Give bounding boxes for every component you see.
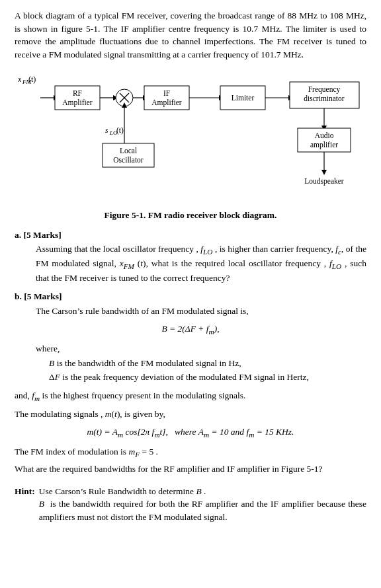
def-B: B is the bandwidth of the FM modulated s… xyxy=(49,357,366,370)
svg-text:(t): (t) xyxy=(28,75,36,84)
block-diagram: x FM (t) RF Amplifier IF Amplifier Limit… xyxy=(15,67,366,206)
audio-amp-label-1: Audio xyxy=(315,131,334,139)
rf-label-1: RF xyxy=(73,89,82,97)
slo-label: s xyxy=(105,126,108,134)
rf-label-2: Amplifier xyxy=(62,98,93,107)
intro-paragraph: A block diagram of a typical FM receiver… xyxy=(15,9,366,61)
where-label: where, xyxy=(36,342,366,355)
def-deltaF: ΔF is the peak frequency deviation of th… xyxy=(49,371,366,384)
if-label-2: Amplifier xyxy=(151,98,182,107)
if-label-1: IF xyxy=(163,89,170,97)
freq-disc-label-2: discriminator xyxy=(304,94,344,102)
figure-caption: Figure 5-1. FM radio receiver block diag… xyxy=(15,209,366,222)
local-osc-label-1: Local xyxy=(120,147,137,155)
local-osc-label-2: Oscillator xyxy=(113,156,144,164)
bandwidth-question: What are the required bandwidths for the… xyxy=(15,462,366,476)
loudspeaker-label: Loudspeaker xyxy=(304,177,344,186)
limiter-label: Limiter xyxy=(232,94,255,102)
freq-disc-label-1: Frequency xyxy=(308,85,341,94)
input-signal-label: x xyxy=(17,75,22,84)
part-a-label: a. [5 Marks] xyxy=(15,229,366,242)
and-fm-text: and, fm is the highest frquency present … xyxy=(15,389,366,404)
svg-text:(t): (t) xyxy=(116,126,124,135)
hint-label: Hint: xyxy=(15,485,35,524)
intro-text: A block diagram of a typical FM receiver… xyxy=(15,11,366,59)
formula-definitions: B is the bandwidth of the FM modulated s… xyxy=(49,357,366,384)
modulating-formula: m(t) = Am cos[2π fmt], where Am = 10 and… xyxy=(15,425,366,440)
carsons-rule-formula: B = 2(ΔF + fm), xyxy=(15,322,366,337)
part-a: a. [5 Marks] Assuming that the local osc… xyxy=(15,229,366,285)
hint-line2: B is the bandwidth required for both the… xyxy=(39,497,366,523)
arrow-audioamp-speaker xyxy=(321,170,327,175)
audio-amp-label-2: amplifier xyxy=(310,141,338,149)
hint-line1: Use Carson’s Rule Bandwidth to determine… xyxy=(39,485,366,498)
hint-block: Hint: Use Carson’s Rule Bandwidth to det… xyxy=(15,485,366,524)
fm-index-text: The FM index of modulation is mF = 5 . xyxy=(15,445,366,460)
part-b-intro: The Carson’s rule bandwidth of an FM mod… xyxy=(36,305,366,318)
modulating-intro: The modulating signals , m(t), is given … xyxy=(15,408,366,421)
hint-content: Use Carson’s Rule Bandwidth to determine… xyxy=(39,485,366,524)
part-b-label: b. [5 Marks] xyxy=(15,290,366,303)
part-a-text: Assuming that the local oscillator frequ… xyxy=(36,242,366,285)
part-b: b. [5 Marks] The Carson’s rule bandwidth… xyxy=(15,290,366,384)
